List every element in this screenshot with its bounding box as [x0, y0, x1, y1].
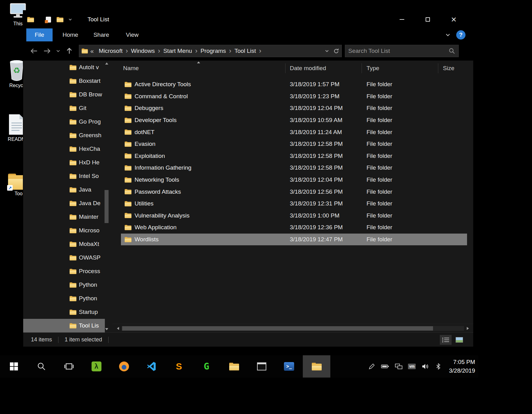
tree-item[interactable]: DB Brow: [23, 88, 105, 101]
address-bar[interactable]: « Microsoft › Windows › Start Menu › Pro…: [79, 45, 342, 57]
taskbar-app-explorer-pinned[interactable]: [220, 355, 248, 378]
tree-item[interactable]: Process: [23, 264, 105, 278]
tree-item[interactable]: HexCha: [23, 142, 105, 156]
tab-view[interactable]: View: [119, 28, 145, 41]
scroll-down-icon[interactable]: [105, 327, 108, 331]
horizontal-scrollbar[interactable]: [112, 324, 473, 332]
task-view-button[interactable]: [55, 355, 83, 378]
folder-icon: [125, 118, 131, 123]
titlebar: Tool List ×: [23, 11, 473, 28]
file-row[interactable]: Utilities3/18/2019 12:31 PMFile folder: [121, 198, 467, 210]
tab-file[interactable]: File: [26, 28, 53, 41]
qat-customize-icon[interactable]: [68, 17, 73, 22]
file-row[interactable]: Command & Control3/18/2019 1:23 PMFile f…: [121, 91, 467, 103]
tree-item[interactable]: Python: [23, 278, 105, 292]
details-view-button[interactable]: [440, 335, 452, 345]
tree-item-selected[interactable]: Tool Lis: [23, 319, 105, 332]
taskbar-app-vscode[interactable]: [138, 355, 165, 378]
file-row[interactable]: Active Directory Tools3/18/2019 1:57 PMF…: [121, 78, 467, 91]
file-row[interactable]: Networking Tools3/18/2019 12:04 PMFile f…: [121, 174, 467, 186]
taskbar-app-powershell[interactable]: >_: [275, 355, 303, 378]
file-row[interactable]: Vulnerability Analysis3/18/2019 1:00 PMF…: [121, 210, 467, 222]
start-button[interactable]: [0, 355, 28, 378]
expand-ribbon-icon[interactable]: [444, 32, 451, 38]
tree-item[interactable]: OWASP: [23, 251, 105, 264]
file-row[interactable]: Developer Tools3/18/2019 10:59 AMFile fo…: [121, 114, 467, 126]
tab-home[interactable]: Home: [57, 28, 84, 41]
column-header-type[interactable]: Type: [362, 63, 438, 73]
tree-item[interactable]: Greensh: [23, 129, 105, 142]
breadcrumb-segment[interactable]: Microsoft: [96, 48, 125, 54]
tree-item[interactable]: Java De: [23, 196, 105, 210]
navigation-pane: AutoIt v Boxstart DB Brow Git Go Prog Gr…: [23, 61, 112, 332]
vmware-icon[interactable]: vm: [408, 364, 416, 369]
breadcrumb-segment[interactable]: Windows: [129, 48, 157, 54]
taskbar-app-firefox[interactable]: [110, 355, 138, 378]
battery-icon[interactable]: [381, 362, 389, 370]
file-row[interactable]: Web Application3/18/2019 12:36 PMFile fo…: [121, 222, 467, 234]
breadcrumb-segment[interactable]: Tool List: [232, 48, 259, 54]
file-row[interactable]: Evasion3/18/2019 12:58 PMFile folder: [121, 138, 467, 150]
maximize-button[interactable]: [417, 11, 439, 28]
forward-button[interactable]: [41, 44, 54, 57]
address-dropdown-icon[interactable]: [324, 48, 330, 54]
help-button[interactable]: ?: [456, 30, 466, 40]
file-row-selected[interactable]: Wordlists3/18/2019 12:47 PMFile folder: [121, 234, 467, 246]
refresh-icon[interactable]: [333, 48, 340, 54]
column-header-modified[interactable]: Date modified: [285, 63, 362, 73]
tree-scrollbar-thumb[interactable]: [105, 190, 109, 223]
scroll-right-icon[interactable]: [464, 325, 471, 332]
scroll-up-icon[interactable]: [105, 61, 108, 65]
display-connection-icon[interactable]: [395, 363, 403, 370]
recent-locations-icon[interactable]: [54, 44, 63, 57]
tree-item[interactable]: Python: [23, 292, 105, 305]
search-icon[interactable]: [448, 48, 455, 54]
tree-item[interactable]: Startup: [23, 305, 105, 319]
tree-item[interactable]: AutoIt v: [23, 61, 105, 74]
tree-item[interactable]: Git: [23, 101, 105, 115]
taskbar-search-button[interactable]: [28, 355, 55, 378]
volume-icon[interactable]: [421, 362, 430, 370]
bluetooth-icon[interactable]: [435, 362, 442, 370]
large-icons-view-button[interactable]: [453, 335, 465, 345]
file-row[interactable]: Information Gathering3/18/2019 12:58 PMF…: [121, 162, 467, 174]
up-button[interactable]: [63, 44, 76, 57]
tree-item[interactable]: HxD He: [23, 156, 105, 169]
scroll-left-icon[interactable]: [114, 325, 122, 332]
tree-item[interactable]: MobaXt: [23, 237, 105, 251]
horizontal-scrollbar-thumb[interactable]: [122, 326, 433, 331]
file-row[interactable]: Exploitation3/18/2019 12:58 PMFile folde…: [121, 150, 467, 162]
explorer-icon: [312, 363, 322, 370]
search-input[interactable]: [348, 48, 448, 54]
file-row[interactable]: dotNET3/18/2019 11:24 AMFile folder: [121, 126, 467, 138]
tree-item[interactable]: Go Prog: [23, 115, 105, 129]
taskbar-app-greenshot[interactable]: G: [193, 355, 220, 378]
close-button[interactable]: ×: [443, 11, 465, 28]
taskbar-app-cmd[interactable]: [248, 355, 275, 378]
tree-item[interactable]: Mainter: [23, 210, 105, 224]
back-button[interactable]: [28, 44, 41, 57]
desktop-label: Too: [15, 191, 23, 196]
tree-item[interactable]: Java: [23, 183, 105, 196]
breadcrumb-segment[interactable]: Programs: [198, 48, 228, 54]
column-header-name[interactable]: Name: [112, 63, 285, 73]
tree-item[interactable]: Boxstart: [23, 74, 105, 88]
qat-new-folder-icon[interactable]: [57, 17, 63, 22]
folder-icon: [125, 82, 131, 87]
file-row[interactable]: Debuggers3/18/2019 12:04 PMFile folder: [121, 102, 467, 114]
minimize-button[interactable]: [391, 11, 413, 28]
taskbar-app-explorer-active[interactable]: [303, 355, 330, 378]
breadcrumb-segment[interactable]: Start Menu: [161, 48, 195, 54]
taskbar-clock[interactable]: 7:05 PM 3/28/2019: [449, 358, 475, 375]
taskbar-app-cmder[interactable]: λ: [83, 355, 110, 378]
tree-item[interactable]: Microso: [23, 224, 105, 237]
tree-item[interactable]: Intel So: [23, 169, 105, 183]
qat-properties-icon[interactable]: [46, 17, 51, 23]
taskbar-app-sublime[interactable]: S: [165, 355, 193, 378]
column-header-size[interactable]: Size: [438, 63, 473, 73]
file-row[interactable]: Password Attacks3/18/2019 12:56 PMFile f…: [121, 186, 467, 198]
breadcrumb-collapsed[interactable]: «: [88, 48, 96, 55]
tab-share[interactable]: Share: [88, 28, 114, 41]
pen-icon[interactable]: [368, 363, 375, 370]
tree-scrollbar[interactable]: [104, 61, 109, 332]
